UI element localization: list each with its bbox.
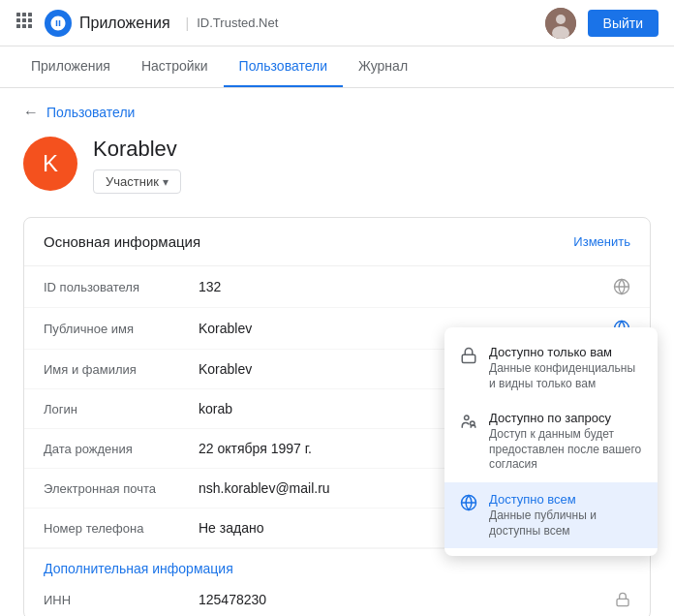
field-value: 125478230 — [199, 592, 607, 607]
svg-rect-8 — [28, 24, 32, 28]
dropdown-item-title: Доступно только вам — [489, 345, 642, 359]
breadcrumb[interactable]: ← Пользователи — [23, 104, 651, 121]
table-row: ID пользователя 132 — [24, 266, 650, 308]
header: Приложения | ID.Trusted.Net Выйти — [0, 0, 674, 46]
field-label: Публичное имя — [44, 322, 199, 336]
info-card: Основная информация Изменить ID пользова… — [23, 217, 651, 616]
header-divider: | — [186, 15, 190, 31]
field-label: Дата рождения — [44, 442, 199, 456]
svg-rect-1 — [22, 13, 26, 16]
field-label: Имя и фамилия — [44, 362, 199, 377]
header-subdomain: ID.Trusted.Net — [197, 15, 278, 30]
user-name: Korablev — [93, 137, 181, 162]
dropdown-item-public[interactable]: Доступно всем Данные публичны и доступны… — [444, 482, 658, 548]
info-card-title: Основная информация — [44, 233, 200, 250]
svg-rect-2 — [28, 13, 32, 16]
chevron-down-icon: ▾ — [163, 175, 168, 189]
avatar[interactable] — [545, 8, 576, 39]
dropdown-item-title: Доступно по запросу — [489, 411, 642, 425]
dropdown-item-private[interactable]: Доступно только вам Данные конфиденциаль… — [444, 335, 658, 401]
svg-rect-14 — [462, 354, 475, 362]
table-row: Публичное имя Korablev — [24, 308, 650, 350]
nav-item-users[interactable]: Пользователи — [224, 46, 343, 87]
table-row: ИНН 125478230 — [24, 580, 650, 616]
user-avatar: K — [23, 137, 77, 191]
edit-link[interactable]: Изменить — [573, 234, 630, 249]
dropdown-item-desc: Доступ к данным будет предоставлен после… — [489, 427, 642, 473]
lock-icon[interactable] — [615, 592, 630, 607]
info-card-header: Основная информация Изменить — [24, 218, 650, 266]
svg-point-15 — [465, 416, 470, 420]
globe-public-icon — [460, 494, 477, 516]
lock-icon — [460, 347, 477, 369]
user-role-label: Участник — [106, 174, 159, 189]
field-label: ID пользователя — [44, 280, 199, 294]
svg-rect-6 — [16, 24, 20, 28]
svg-rect-7 — [22, 24, 26, 28]
logout-button[interactable]: Выйти — [588, 10, 659, 37]
header-logo: Приложения — [45, 10, 178, 37]
logo-circle — [45, 10, 72, 37]
nav-item-journal[interactable]: Журнал — [343, 46, 423, 87]
app-name: Приложения — [79, 15, 170, 32]
svg-rect-3 — [16, 18, 20, 22]
field-label: ИНН — [44, 593, 199, 607]
breadcrumb-label: Пользователи — [46, 105, 135, 120]
dropdown-item-title: Доступно всем — [489, 492, 642, 507]
dropdown-item-request[interactable]: Доступно по запросу Доступ к данным буде… — [444, 401, 658, 482]
field-value: 132 — [199, 279, 605, 294]
dropdown-item-desc: Данные конфиденциальны и видны только ва… — [489, 361, 642, 391]
visibility-dropdown: Доступно только вам Данные конфиденциаль… — [444, 327, 658, 556]
field-label: Номер телефона — [44, 521, 199, 536]
navigation: Приложения Настройки Пользователи Журнал — [0, 46, 674, 88]
grid-icon[interactable] — [15, 12, 33, 34]
page-content: ← Пользователи K Korablev Участник ▾ Осн… — [0, 88, 674, 616]
user-role-button[interactable]: Участник ▾ — [93, 169, 181, 194]
svg-rect-4 — [22, 18, 26, 22]
svg-point-10 — [556, 15, 566, 24]
user-info: Korablev Участник ▾ — [93, 137, 181, 194]
user-avatar-initial: K — [43, 150, 58, 177]
back-arrow-icon: ← — [23, 104, 39, 121]
nav-item-apps[interactable]: Приложения — [15, 46, 126, 87]
globe-icon[interactable] — [613, 278, 630, 295]
field-label: Логин — [44, 402, 199, 416]
field-label: Электронная почта — [44, 481, 199, 496]
user-header: K Korablev Участник ▾ — [23, 137, 651, 194]
svg-rect-5 — [28, 18, 32, 22]
svg-rect-19 — [617, 599, 628, 605]
dropdown-item-desc: Данные публичны и доступны всем — [489, 508, 642, 539]
svg-rect-0 — [16, 13, 20, 16]
nav-item-settings[interactable]: Настройки — [126, 46, 224, 87]
people-icon — [460, 413, 477, 435]
